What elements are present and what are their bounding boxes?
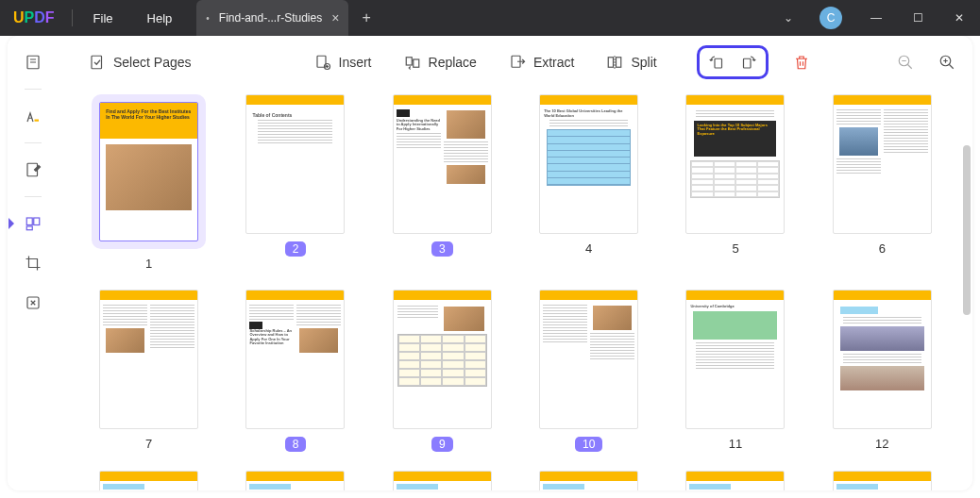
thumbnail-image: University of Cambridge [685,290,785,429]
split-icon [606,54,623,71]
page-thumbnail[interactable]: University of Cambridge11 [673,290,797,452]
page-number: 3 [431,241,453,257]
replace-icon [404,54,421,71]
svg-rect-16 [609,58,614,68]
menu-help[interactable]: Help [130,11,190,25]
new-tab-button[interactable]: + [348,9,383,26]
edit-icon[interactable] [18,155,48,185]
thumbnail-grid: Find and Apply For the Best Institutes I… [87,94,944,490]
svg-rect-6 [26,226,32,230]
divider [72,9,73,26]
select-pages-label: Select Pages [113,55,192,70]
thumbnail-image [833,290,932,429]
extract-icon [509,54,526,71]
replace-label: Replace [429,55,477,70]
menu-file[interactable]: File [76,11,130,25]
crop-icon[interactable] [18,248,48,278]
thumbnail-image: Understanding the Need to Apply Internat… [393,94,492,234]
tab-close-icon[interactable]: × [331,10,339,25]
page-number: 9 [431,437,453,452]
page-thumbnail[interactable]: 6 [820,94,944,271]
rotate-group [697,45,769,79]
page-thumbnail[interactable] [820,471,944,490]
window-close-button[interactable]: ✕ [938,0,980,36]
extract-button[interactable]: Extract [496,48,588,76]
replace-button[interactable]: Replace [391,48,490,76]
thumbnail-image: Find and Apply For the Best Institutes I… [99,102,198,241]
window-minimize-button[interactable]: — [855,0,897,36]
page-number: 11 [729,437,742,451]
page-number: 4 [585,241,592,256]
thumbnail-image [393,471,492,490]
page-thumbnail[interactable]: 12 [820,290,944,452]
thumbnail-grid-wrap[interactable]: Find and Apply For the Best Institutes I… [59,89,972,490]
page-thumbnail[interactable]: The 10 Best Global Universities Leading … [527,94,651,271]
svg-rect-14 [413,59,418,67]
page-thumbnail[interactable]: 10 [527,290,651,452]
thumbnail-image [833,94,932,234]
reader-mode-icon[interactable] [18,47,48,77]
titlebar: UPDF File Help Find-and-...r-Studies × +… [0,0,980,36]
zoom-out-icon[interactable] [897,54,914,71]
delete-icon[interactable] [793,54,810,71]
thumbnail-image: Looking Into the Top 10 Subject Majors T… [685,94,785,234]
document-tab[interactable]: Find-and-...r-Studies × [196,0,348,36]
thumbnail-image: The 10 Best Global Universities Leading … [539,94,638,234]
thumbnail-image: Table of Contents [245,94,345,234]
page-thumbnail[interactable]: Looking Into the Top 10 Subject Majors T… [673,94,797,271]
thumbnail-image [539,471,638,490]
insert-icon [314,54,331,71]
app-logo: UPDF [0,9,68,26]
user-avatar[interactable]: C [819,7,842,29]
page-thumbnail[interactable]: 7 [87,290,211,452]
organize-pages-icon[interactable] [18,208,48,239]
thumbnail-image [685,471,785,490]
page-thumbnail[interactable] [527,471,651,490]
page-number: 7 [145,437,152,451]
split-label: Split [631,55,656,70]
page-number: 8 [285,437,307,452]
svg-line-25 [949,64,954,69]
tab-indicator-icon [206,11,210,25]
tab-title: Find-and-...r-Studies [219,11,322,25]
select-icon [89,54,106,71]
page-thumbnail[interactable] [380,471,504,490]
svg-rect-20 [743,58,751,68]
page-thumbnail[interactable]: Understanding the Need to Apply Internat… [380,94,504,271]
page-thumbnail[interactable]: Find and Apply For the Best Institutes I… [87,94,211,271]
svg-line-22 [907,64,912,69]
page-thumbnail[interactable]: 9 [380,290,504,452]
left-sidebar [8,36,59,490]
thumbnail-image [393,290,492,429]
page-thumbnail[interactable] [673,471,797,490]
svg-rect-17 [617,58,621,68]
scrollbar[interactable] [963,145,971,315]
select-pages-button[interactable]: Select Pages [76,48,205,76]
page-number: 10 [575,437,602,452]
page-thumbnail[interactable] [87,471,211,490]
insert-label: Insert [339,55,372,70]
rotate-left-icon[interactable] [709,54,726,71]
svg-rect-8 [92,56,102,69]
window-maximize-button[interactable]: ☐ [897,0,938,36]
main-panel: Select Pages Insert Replace Extract [59,36,972,490]
rotate-right-icon[interactable] [739,54,756,71]
page-thumbnail[interactable]: Table of Contents2 [233,94,357,271]
page-toolbar: Select Pages Insert Replace Extract [59,36,972,89]
chevron-down-icon[interactable]: ⌄ [770,11,806,25]
svg-rect-13 [406,58,412,65]
svg-rect-19 [715,58,722,68]
page-thumbnail[interactable]: Scholarship Rules – An Overview and How … [233,290,357,452]
page-number: 12 [875,437,888,451]
page-thumbnail[interactable] [233,471,357,490]
page-number: 1 [145,257,152,271]
split-button[interactable]: Split [593,48,669,76]
workspace: Select Pages Insert Replace Extract [8,36,972,490]
insert-button[interactable]: Insert [301,48,385,76]
extract-label: Extract [533,55,575,70]
page-number: 6 [879,241,886,256]
zoom-in-icon[interactable] [938,54,955,71]
tools-icon[interactable] [18,288,48,318]
page-number: 5 [732,241,738,256]
annotate-icon[interactable] [18,101,48,131]
